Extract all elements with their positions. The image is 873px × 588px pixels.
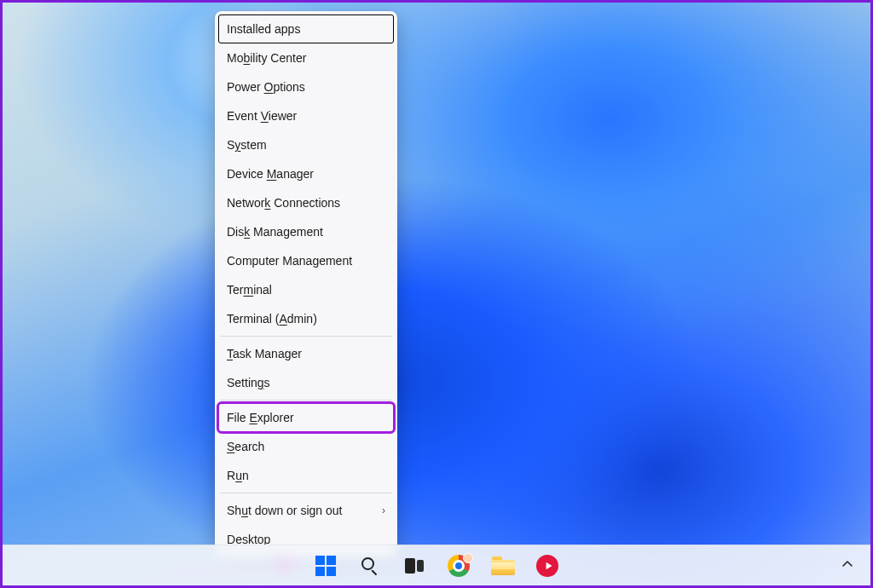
menu-run[interactable]: Run: [218, 461, 394, 490]
menu-item-label: File Explorer: [227, 411, 294, 424]
folder-icon: [491, 556, 515, 575]
app-button[interactable]: [530, 549, 564, 583]
menu-item-label: Terminal (Admin): [227, 312, 317, 326]
chevron-right-icon: ›: [382, 504, 385, 516]
menu-item-label: Network Connections: [227, 196, 340, 210]
system-tray: [833, 545, 862, 586]
windows-start-icon: [315, 556, 336, 576]
menu-item-label: Mobility Center: [227, 51, 306, 65]
menu-separator: [220, 336, 392, 337]
menu-mobility-center[interactable]: Mobility Center: [218, 43, 394, 72]
menu-item-label: Terminal: [227, 283, 272, 297]
menu-item-label: System: [227, 138, 267, 152]
chrome-icon: [448, 555, 470, 577]
menu-separator: [220, 493, 392, 493]
menu-item-label: Settings: [227, 376, 270, 389]
start-button[interactable]: [309, 549, 343, 583]
menu-separator: [220, 400, 392, 401]
menu-item-label: Computer Management: [227, 254, 352, 268]
menu-item-label: Run: [227, 469, 249, 482]
taskbar-center-icons: [309, 549, 564, 583]
tray-overflow-button[interactable]: [833, 551, 862, 580]
menu-item-label: Event Viewer: [227, 109, 297, 123]
desktop-wallpaper: [3, 3, 870, 585]
menu-event-viewer[interactable]: Event Viewer: [218, 101, 394, 130]
task-view-icon: [405, 558, 424, 574]
search-button[interactable]: [353, 549, 387, 583]
menu-item-label: Search: [227, 440, 264, 453]
chevron-up-icon: [841, 558, 853, 570]
menu-device-manager[interactable]: Device Manager: [218, 159, 394, 188]
menu-computer-management[interactable]: Computer Management: [218, 246, 394, 275]
file-explorer-button[interactable]: [486, 549, 520, 583]
search-icon: [361, 556, 379, 575]
menu-terminal-admin[interactable]: Terminal (Admin): [218, 304, 394, 333]
menu-disk-management[interactable]: Disk Management: [218, 217, 394, 246]
menu-item-label: Shut down or sign out: [227, 504, 342, 517]
menu-power-options[interactable]: Power Options: [218, 72, 394, 101]
menu-item-label: Disk Management: [227, 225, 323, 239]
menu-shutdown[interactable]: Shut down or sign out›: [218, 496, 394, 525]
winx-context-menu: Installed appsMobility CenterPower Optio…: [215, 11, 397, 557]
menu-search[interactable]: Search: [218, 432, 394, 461]
menu-file-explorer[interactable]: File Explorer: [218, 403, 394, 432]
menu-system[interactable]: System: [218, 130, 394, 159]
chrome-button[interactable]: [442, 549, 476, 583]
menu-terminal[interactable]: Terminal: [218, 275, 394, 304]
menu-settings[interactable]: Settings: [218, 368, 394, 397]
menu-item-label: Installed apps: [227, 22, 300, 36]
menu-installed-apps[interactable]: Installed apps: [218, 14, 394, 43]
menu-task-manager[interactable]: Task Manager: [218, 339, 394, 368]
menu-network-connections[interactable]: Network Connections: [218, 188, 394, 217]
taskbar: [3, 545, 870, 585]
menu-item-label: Device Manager: [227, 167, 314, 181]
red-app-icon: [536, 555, 558, 577]
task-view-button[interactable]: [397, 549, 431, 583]
menu-item-label: Task Manager: [227, 347, 302, 360]
menu-item-label: Power Options: [227, 80, 305, 94]
